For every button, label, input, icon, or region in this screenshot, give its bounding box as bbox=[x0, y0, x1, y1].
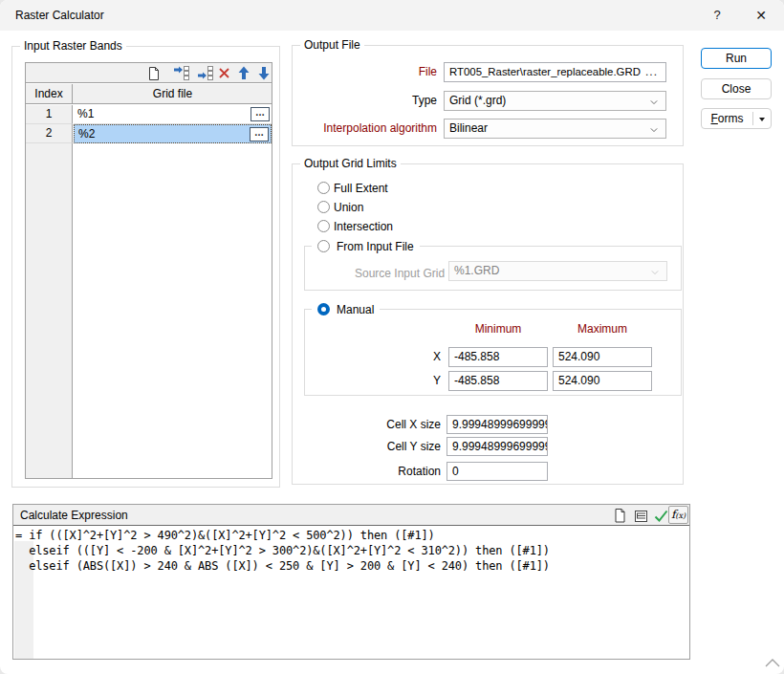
grid-file-value: %2 bbox=[78, 125, 95, 143]
full-extent-label: Full Extent bbox=[334, 182, 388, 195]
x-minimum-value: -485.858 bbox=[454, 348, 499, 365]
forms-button-label: Forms bbox=[702, 109, 752, 128]
expression-code[interactable]: = if (([X]^2+[Y]^2 > 490^2)&([X]^2+[Y]^2… bbox=[15, 528, 689, 574]
new-expression-icon[interactable] bbox=[612, 508, 628, 524]
intersection-radio[interactable] bbox=[317, 220, 330, 232]
union-radio[interactable] bbox=[317, 201, 330, 213]
expression-header: Calculate Expression f(x) bbox=[13, 505, 689, 526]
resize-grip-icon[interactable] bbox=[764, 656, 781, 668]
union-label: Union bbox=[334, 201, 363, 214]
move-down-icon[interactable] bbox=[255, 65, 272, 81]
y-minimum-field[interactable]: -485.858 bbox=[448, 371, 548, 391]
type-label: Type bbox=[302, 94, 437, 108]
new-document-icon[interactable] bbox=[145, 65, 162, 81]
x-label: X bbox=[403, 350, 441, 364]
column-header-grid-file: Grid file bbox=[74, 84, 272, 104]
calculate-expression-label: Calculate Expression bbox=[20, 505, 128, 526]
fx-function-icon[interactable]: f(x) bbox=[668, 506, 688, 524]
grid-file-cell[interactable]: %2 … bbox=[74, 124, 272, 143]
output-file-group: Output File File RT005_Raster\raster_rep… bbox=[292, 45, 684, 146]
browse-button[interactable]: … bbox=[250, 127, 269, 141]
y-maximum-value: 524.090 bbox=[558, 372, 599, 389]
close-window-button[interactable]: ✕ bbox=[747, 0, 775, 31]
type-dropdown[interactable]: Grid (*.grd) bbox=[444, 91, 666, 111]
source-input-grid-label: Source Input Grid bbox=[355, 267, 441, 281]
chevron-down-icon bbox=[650, 126, 658, 134]
maximum-header: Maximum bbox=[553, 322, 652, 337]
row-index: 1 bbox=[26, 105, 73, 124]
minimum-header: Minimum bbox=[448, 322, 548, 337]
from-input-file-option[interactable]: From Input File bbox=[312, 239, 420, 254]
type-value: Grid (*.grd) bbox=[449, 92, 506, 109]
raster-bands-table: Index Grid file 1 %1 … 2 %2 … bbox=[25, 62, 272, 479]
interpolation-algorithm-dropdown[interactable]: Bilinear bbox=[444, 119, 666, 139]
x-maximum-value: 524.090 bbox=[558, 348, 599, 365]
source-input-grid-value: %1.GRD bbox=[454, 262, 499, 279]
cell-x-size-value: 9.999489996999999 bbox=[452, 416, 548, 433]
manual-radio[interactable] bbox=[317, 303, 330, 315]
cell-x-size-label: Cell X size bbox=[355, 418, 441, 432]
from-input-file-radio[interactable] bbox=[317, 240, 330, 252]
table-row[interactable]: 1 %1 … bbox=[26, 105, 272, 124]
function-list-icon[interactable] bbox=[633, 508, 649, 524]
y-maximum-field[interactable]: 524.090 bbox=[553, 371, 652, 391]
manual-label: Manual bbox=[337, 303, 374, 316]
file-browse-button[interactable]: ... bbox=[645, 63, 658, 80]
close-button[interactable]: Close bbox=[701, 78, 772, 99]
source-input-grid-dropdown: %1.GRD bbox=[448, 261, 667, 281]
expression-editor[interactable]: = if (([X]^2+[Y]^2 > 490^2)&([X]^2+[Y]^2… bbox=[13, 527, 689, 659]
output-file-field[interactable]: RT005_Raster\raster_replaceable.GRD ... bbox=[444, 62, 666, 82]
x-maximum-field[interactable]: 524.090 bbox=[553, 347, 652, 367]
column-header-index: Index bbox=[26, 84, 73, 104]
table-toolbar bbox=[26, 63, 272, 83]
table-header: Index Grid file bbox=[26, 84, 272, 104]
intersection-label: Intersection bbox=[334, 220, 393, 233]
help-button[interactable]: ? bbox=[703, 0, 731, 31]
table-row-selected[interactable]: 2 %2 … bbox=[26, 124, 272, 143]
window-title: Raster Calculator bbox=[15, 0, 104, 31]
output-grid-limits-group: Output Grid Limits Full Extent Union Int… bbox=[292, 163, 684, 485]
expression-line: elseif (([Y] < -200 & [X]^2+[Y]^2 > 300^… bbox=[15, 543, 689, 558]
browse-button[interactable]: … bbox=[250, 107, 270, 121]
move-up-icon[interactable] bbox=[235, 65, 251, 81]
output-file-label: Output File bbox=[300, 38, 364, 52]
expression-line: = if (([X]^2+[Y]^2 > 490^2)&([X]^2+[Y]^2… bbox=[15, 528, 689, 543]
input-raster-bands-label: Input Raster Bands bbox=[20, 39, 126, 53]
full-extent-radio[interactable] bbox=[317, 182, 330, 194]
run-button[interactable]: Run bbox=[701, 48, 772, 69]
from-input-file-label: From Input File bbox=[337, 240, 414, 253]
interpolation-value: Bilinear bbox=[449, 120, 488, 137]
y-minimum-value: -485.858 bbox=[454, 372, 499, 389]
manual-option[interactable]: Manual bbox=[312, 302, 380, 317]
rotation-field[interactable]: 0 bbox=[446, 462, 548, 481]
rotation-label: Rotation bbox=[355, 465, 441, 479]
forms-button[interactable]: Forms bbox=[701, 108, 772, 129]
file-label: File bbox=[302, 65, 437, 79]
x-minimum-field[interactable]: -485.858 bbox=[448, 347, 548, 367]
rotation-value: 0 bbox=[452, 463, 459, 480]
input-raster-bands-group: Input Raster Bands bbox=[11, 46, 280, 488]
raster-calculator-dialog: Raster Calculator ? ✕ Input Raster Bands bbox=[0, 0, 784, 674]
title-bar[interactable]: Raster Calculator ? ✕ bbox=[0, 0, 784, 31]
validate-check-icon[interactable] bbox=[653, 508, 669, 524]
forms-button-separator bbox=[752, 112, 753, 125]
grid-file-cell[interactable]: %1 … bbox=[74, 105, 272, 124]
expression-line: elseif (ABS([X]) > 240 & ABS ([X]) < 250… bbox=[15, 558, 689, 574]
output-grid-limits-label: Output Grid Limits bbox=[300, 157, 401, 170]
cell-y-size-label: Cell Y size bbox=[355, 440, 441, 454]
row-index: 2 bbox=[26, 124, 73, 143]
grid-file-value: %1 bbox=[77, 105, 94, 123]
index-column-filler bbox=[26, 143, 73, 478]
insert-row-below-icon[interactable] bbox=[197, 65, 213, 81]
insert-row-above-icon[interactable] bbox=[173, 65, 189, 81]
chevron-down-icon bbox=[651, 269, 659, 276]
chevron-down-icon bbox=[650, 98, 658, 106]
output-file-value: RT005_Raster\raster_replaceable.GRD bbox=[449, 63, 641, 80]
delete-row-icon[interactable] bbox=[216, 65, 232, 81]
cell-y-size-field[interactable]: 9.999489996999999 bbox=[446, 437, 548, 456]
calculate-expression-group: Calculate Expression f(x) = if (([X]^2+[… bbox=[12, 504, 690, 660]
cell-x-size-field[interactable]: 9.999489996999999 bbox=[446, 415, 548, 434]
cell-y-size-value: 9.999489996999999 bbox=[452, 438, 548, 455]
forms-dropdown-caret-icon[interactable] bbox=[759, 118, 765, 121]
interpolation-algorithm-label: Interpolation algorithm bbox=[302, 121, 437, 136]
